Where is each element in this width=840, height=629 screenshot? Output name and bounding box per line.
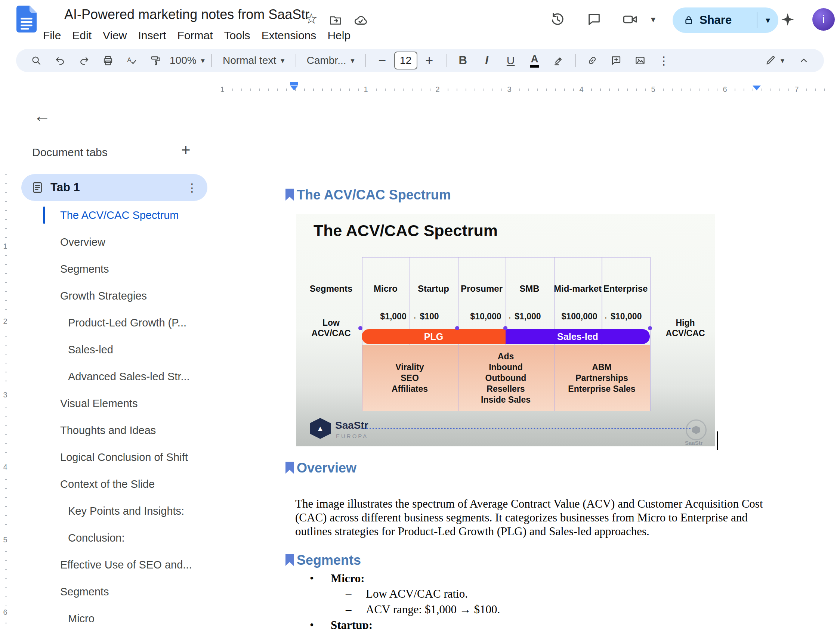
comments-icon[interactable] [585,11,603,28]
tab-item-tab1[interactable]: Tab 1 ⋮ [21,174,207,201]
bookmark-icon[interactable] [286,189,294,200]
plg-strategies-label: Virality SEO Affiliates [362,345,458,411]
document-canvas[interactable]: The ACV/CAC Spectrum The ACV/CAC Spectru… [223,100,840,629]
outline-item[interactable]: Segments [11,255,221,282]
outline-item[interactable]: Logical Conclusion of Shift [11,444,221,471]
segment-label: Mid-market [554,284,602,294]
left-indent-marker[interactable] [290,85,298,90]
menu-view[interactable]: View [97,28,132,43]
menu-edit[interactable]: Edit [66,28,97,43]
outline-item[interactable]: Micro [11,605,221,629]
meet-caret-icon[interactable]: ▾ [644,11,662,28]
outline-item[interactable]: Sales-led [11,336,221,363]
underline-button[interactable]: U [499,51,523,70]
tab-options-icon[interactable]: ⋮ [186,181,198,194]
outline-item[interactable]: The ACV/CAC Spectrum [11,202,221,229]
version-history-icon[interactable] [548,11,567,28]
menu-insert[interactable]: Insert [133,28,172,43]
print-icon[interactable] [96,51,120,70]
outline-item[interactable]: Key Points and Insights: [11,498,221,524]
saastr-brand-name: SaaStr [335,419,368,431]
acv-cac-spectrum-image[interactable]: The ACV/CAC Spectrum Segments Micro Star… [296,214,715,446]
outline-item[interactable]: Growth Strategies [11,282,221,309]
insert-image-icon[interactable] [628,51,652,70]
paint-format-icon[interactable] [144,51,168,70]
close-panel-back-icon[interactable]: ← [34,107,51,125]
saastr-logo-icon: ▲ [310,418,331,439]
micro-sub-item[interactable]: Low ACV/CAC ratio. [366,587,468,601]
menu-extensions[interactable]: Extensions [256,28,322,43]
font-size-decrease[interactable]: − [370,51,394,70]
figure-title: The ACV/CAC Spectrum [314,221,498,240]
add-tab-icon[interactable]: + [181,142,191,158]
more-options-icon[interactable]: ⋮ [652,51,676,70]
google-docs-logo[interactable] [16,5,36,33]
font-family-select[interactable]: Cambr... ▾ [301,51,361,70]
outline-item[interactable]: Context of the Slide [11,471,221,498]
first-line-indent-marker[interactable] [290,82,298,85]
italic-button[interactable]: I [475,51,499,70]
outline-item[interactable]: Conclusion: [11,524,221,551]
zoom-select[interactable]: 100% ▾ [168,51,207,70]
ruler-number: 1 [217,84,227,95]
hide-menus-icon[interactable] [792,51,816,70]
text-color-button[interactable]: A [523,51,547,70]
share-label: Share [699,13,732,27]
outline-item-label: Overview [60,236,105,248]
outline-item[interactable]: Segments [11,578,221,605]
font-size-input[interactable]: 12 [394,52,417,69]
profile-avatar[interactable]: i [812,8,835,31]
outline-item[interactable]: Visual Elements [11,390,221,417]
move-folder-icon[interactable] [329,13,342,27]
undo-icon[interactable] [48,51,72,70]
vertical-ruler: 1 2 3 4 5 6 [0,100,11,629]
menu-help[interactable]: Help [322,28,356,43]
heading-segments[interactable]: Segments [286,553,361,568]
bold-button[interactable]: B [451,51,475,70]
editing-mode-select[interactable]: ▾ [763,51,786,70]
outline-item[interactable]: Advanced Sales-led Str... [11,363,221,390]
gemini-sparkle-icon[interactable] [779,11,797,28]
document-title[interactable]: AI-Powered marketing notes from SaaStr [64,7,309,22]
spectrum-dot [503,326,507,330]
segment-label: Micro [374,284,398,294]
bookmark-icon[interactable] [286,554,294,566]
share-caret-icon[interactable]: ▾ [758,15,778,25]
meet-video-icon[interactable] [621,11,639,28]
highlight-color-icon[interactable] [547,51,571,70]
segment-label: SMB [519,284,539,294]
overview-paragraph[interactable]: The image illustrates the spectrum of Av… [295,497,779,538]
bookmark-icon[interactable] [286,462,294,474]
outline-item[interactable]: Thoughts and Ideas [11,417,221,444]
micro-sub-item[interactable]: ACV range: $1,000 → $100. [366,603,500,616]
menu-file[interactable]: File [37,28,66,43]
outline-item[interactable]: Product-Led Growth (P... [11,309,221,336]
horizontal-ruler[interactable]: 1 1 2 3 4 5 6 7 [209,82,840,99]
heading-spectrum[interactable]: The ACV/CAC Spectrum [286,188,451,202]
insert-link-icon[interactable] [580,51,604,70]
font-family-value: Cambr... [307,55,346,66]
redo-icon[interactable] [72,51,96,70]
menu-format[interactable]: Format [172,28,219,43]
heading-text: Overview [297,461,357,475]
search-menus-icon[interactable] [24,51,48,70]
heading-overview[interactable]: Overview [286,461,357,475]
outline-item[interactable]: Overview [11,229,221,255]
spellcheck-icon[interactable]: A [120,51,144,70]
outline-item-label: Growth Strategies [60,290,147,302]
bullet-micro[interactable]: Micro: [331,572,365,585]
document-outline: The ACV/CAC Spectrum Overview Segments G… [11,202,221,629]
paragraph-style-select[interactable]: Normal text ▾ [216,51,291,70]
right-indent-marker[interactable] [753,85,761,90]
ruler-number: 7 [791,84,802,95]
outline-item[interactable]: Effective Use of SEO and... [11,551,221,578]
bullet-startup[interactable]: Startup: [331,618,373,629]
text-color-label: A [530,54,539,68]
add-comment-icon[interactable] [604,51,628,70]
share-button[interactable]: Share ▾ [673,8,778,33]
font-size-increase[interactable]: + [417,51,441,70]
menu-tools[interactable]: Tools [219,28,256,43]
star-icon[interactable]: ☆ [305,11,317,26]
ruler-number: 3 [0,388,11,402]
plg-bar-label: PLG [424,331,443,342]
